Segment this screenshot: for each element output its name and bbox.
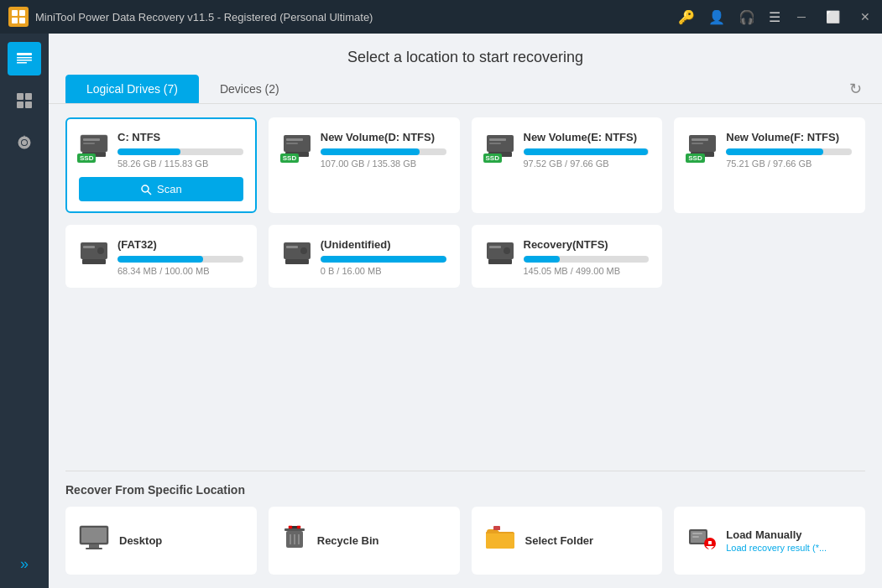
specific-card-select-folder[interactable]: Select Folder (472, 507, 663, 575)
sidebar-item-recovery[interactable] (8, 42, 41, 75)
ssd-badge-d: SSD (280, 154, 299, 163)
empty-placeholder (674, 225, 865, 288)
sidebar-item-settings[interactable] (8, 126, 41, 159)
drive-card-c[interactable]: SSD C: NTFS 58.26 GB / 115.83 GB (65, 117, 257, 213)
ssd-badge-f: SSD (686, 154, 704, 163)
drive-card-d[interactable]: SSD New Volume(D: NTFS) 107.00 GB / 135.… (269, 117, 460, 213)
svg-rect-48 (89, 544, 99, 548)
svg-rect-56 (289, 526, 292, 528)
specific-card-name-desktop: Desktop (119, 534, 243, 547)
specific-locations-grid: Desktop (65, 507, 865, 575)
svg-rect-28 (489, 143, 501, 144)
drive-info-unidentified: (Unidentified) 0 B / 16.00 MB (321, 238, 446, 276)
progress-fill-fat32 (117, 256, 203, 263)
ssd-badge-c: SSD (77, 154, 96, 163)
svg-rect-9 (25, 93, 32, 100)
specific-card-load-manually[interactable]: Load Manually Load recovery result (*... (674, 507, 865, 575)
drive-info-e: New Volume(E: NTFS) 97.52 GB / 97.66 GB (524, 131, 650, 169)
svg-rect-51 (284, 528, 305, 531)
drive-icon-e: SSD (485, 131, 515, 161)
scan-button-c[interactable]: Scan (79, 177, 243, 201)
drive-name-recovery: Recovery(NTFS) (524, 238, 650, 251)
key-icon[interactable]: 🔑 (678, 9, 695, 25)
titlebar: MiniTool Power Data Recovery v11.5 - Reg… (0, 0, 882, 34)
drive-info-f: New Volume(F: NTFS) 75.21 GB / 97.66 GB (726, 131, 852, 169)
page-header: Select a location to start recovering (49, 34, 882, 75)
tab-devices[interactable]: Devices (2) (199, 75, 300, 103)
svg-rect-3 (19, 18, 25, 23)
progress-bar-f (726, 148, 852, 155)
page-title: Select a location to start recovering (347, 49, 583, 65)
drive-icon-unidentified (282, 238, 312, 268)
svg-rect-36 (83, 246, 95, 248)
drive-size-d: 107.00 GB / 135.38 GB (321, 159, 446, 169)
progress-fill-d (321, 148, 420, 155)
svg-rect-17 (83, 143, 95, 144)
specific-section: Recover From Specific Location Desktop (49, 471, 882, 588)
drive-size-e: 97.52 GB / 97.66 GB (524, 159, 650, 169)
svg-rect-32 (692, 143, 703, 144)
svg-rect-0 (12, 10, 18, 16)
app-title: MiniTool Power Data Recovery v11.5 - Reg… (35, 11, 373, 23)
refresh-button[interactable]: ↻ (846, 76, 865, 101)
svg-rect-31 (692, 138, 708, 141)
close-button[interactable]: ✕ (857, 10, 874, 23)
svg-rect-7 (17, 62, 27, 64)
progress-fill-recovery (524, 256, 560, 263)
content-area: Select a location to start recovering Lo… (49, 34, 882, 588)
drive-icon-d: SSD (282, 131, 312, 161)
svg-rect-47 (81, 528, 107, 543)
drive-card-f[interactable]: SSD New Volume(F: NTFS) 75.21 GB / 97.66… (674, 117, 865, 213)
drive-icon-recovery (485, 238, 515, 268)
progress-bar-c (117, 148, 243, 155)
drive-icon-f: SSD (687, 131, 718, 161)
drive-name-f: New Volume(F: NTFS) (726, 131, 852, 143)
svg-point-39 (300, 247, 307, 254)
progress-bar-d (321, 148, 446, 155)
headphone-icon[interactable]: 🎧 (738, 9, 755, 25)
svg-rect-23 (286, 138, 303, 141)
drive-info-c: C: NTFS 58.26 GB / 115.83 GB (117, 131, 243, 169)
drives-grid-row1: SSD C: NTFS 58.26 GB / 115.83 GB (65, 117, 865, 213)
specific-card-desktop[interactable]: Desktop (65, 507, 257, 575)
drive-name-c: C: NTFS (117, 131, 243, 143)
svg-rect-44 (489, 246, 501, 248)
load-manually-icon (687, 525, 716, 556)
minimize-button[interactable]: ─ (794, 10, 809, 23)
tab-logical-drives[interactable]: Logical Drives (7) (65, 75, 199, 103)
specific-card-name-folder: Select Folder (525, 534, 650, 547)
user-icon[interactable]: 👤 (708, 9, 725, 25)
menu-icon[interactable]: ☰ (769, 9, 780, 25)
drive-name-unidentified: (Unidentified) (321, 238, 446, 251)
svg-rect-27 (489, 138, 506, 141)
svg-rect-2 (12, 18, 18, 23)
drive-card-e[interactable]: SSD New Volume(E: NTFS) 97.52 GB / 97.66… (472, 117, 663, 213)
svg-rect-1 (19, 10, 25, 16)
drive-size-c: 58.26 GB / 115.83 GB (117, 159, 243, 169)
folder-icon (485, 525, 515, 556)
specific-card-name-recycle: Recycle Bin (317, 534, 446, 547)
specific-card-info-recycle: Recycle Bin (317, 534, 446, 547)
specific-card-info-load: Load Manually Load recovery result (*... (726, 528, 852, 553)
drive-name-e: New Volume(E: NTFS) (524, 131, 650, 143)
tabs-container: Logical Drives (7) Devices (2) (65, 75, 300, 103)
drive-card-recovery[interactable]: Recovery(NTFS) 145.05 MB / 499.00 MB (472, 225, 663, 288)
specific-card-recycle-bin[interactable]: Recycle Bin (269, 507, 460, 575)
drive-info-recovery: Recovery(NTFS) 145.05 MB / 499.00 MB (524, 238, 650, 276)
svg-rect-11 (25, 101, 32, 108)
specific-section-title: Recover From Specific Location (65, 483, 865, 497)
drive-size-unidentified: 0 B / 16.00 MB (321, 266, 446, 276)
sidebar-expand-arrow[interactable]: » (13, 549, 35, 580)
drive-size-f: 75.21 GB / 97.66 GB (726, 159, 852, 169)
svg-rect-63 (692, 536, 699, 538)
progress-fill-f (726, 148, 822, 155)
svg-rect-16 (83, 138, 100, 141)
drive-card-unidentified[interactable]: (Unidentified) 0 B / 16.00 MB (269, 225, 460, 288)
sidebar-item-tools[interactable] (8, 84, 41, 117)
specific-card-sub-load: Load recovery result (*... (726, 543, 852, 553)
specific-card-info-desktop: Desktop (119, 534, 243, 547)
drive-card-fat32[interactable]: (FAT32) 68.34 MB / 100.00 MB (65, 225, 257, 288)
maximize-button[interactable]: ⬜ (822, 10, 843, 23)
svg-rect-65 (708, 541, 712, 544)
svg-rect-59 (493, 526, 500, 530)
